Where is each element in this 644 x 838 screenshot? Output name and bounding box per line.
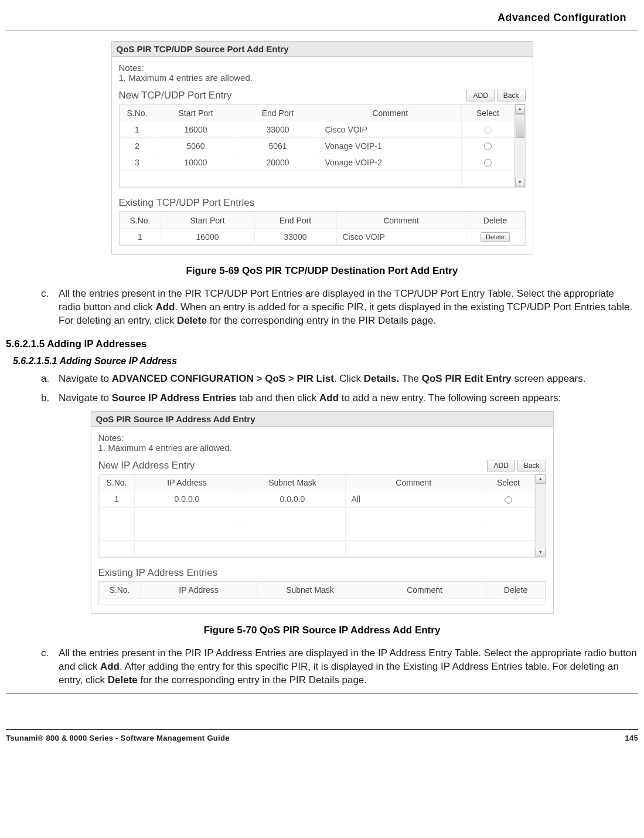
cell-comment: Vonage VOIP-1 xyxy=(319,138,461,154)
notes-line: 1. Maximum 4 entries are allowed. xyxy=(98,443,546,453)
bold-tab: Source IP Address Entries xyxy=(112,392,237,403)
bold-delete: Delete xyxy=(177,315,207,326)
bold-add: Add xyxy=(319,392,339,403)
scroll-track xyxy=(536,484,546,548)
page-header: Advanced Configuration xyxy=(6,12,638,30)
scroll-thumb[interactable] xyxy=(516,114,524,138)
col-sno: S.No. xyxy=(120,212,161,229)
list-item-c2: c. All the entries present in the PIR IP… xyxy=(41,647,638,687)
list-item-b: b. Navigate to Source IP Address Entries… xyxy=(41,392,638,405)
heading-5-6-2-1-5-1: 5.6.2.1.5.1 Adding Source IP Address xyxy=(13,356,638,367)
table-row xyxy=(99,598,545,605)
text: tab and then click xyxy=(236,392,319,403)
table-row: 3 10000 20000 Vonage VOIP-2 xyxy=(120,154,514,171)
col-ip: IP Address xyxy=(140,582,257,598)
cell-start: 16000 xyxy=(155,121,237,138)
table-header-row: S.No. Start Port End Port Comment Delete xyxy=(120,212,524,229)
vertical-scrollbar[interactable]: ▴ ▾ xyxy=(535,474,546,557)
back-button[interactable]: Back xyxy=(517,460,546,471)
cell-comment: All xyxy=(345,491,482,507)
cell-end: 5061 xyxy=(237,138,319,154)
col-start: Start Port xyxy=(161,212,254,229)
cell-select xyxy=(461,154,514,171)
bold-add: Add xyxy=(155,301,175,313)
cell-mask: 0.0.0.0 xyxy=(240,491,345,507)
bold-delete: Delete xyxy=(108,674,138,686)
qos-ip-panel: QoS PIR Source IP Address Add Entry Note… xyxy=(91,411,554,614)
qos-port-panel: QoS PIR TCP/UDP Source Port Add Entry No… xyxy=(111,41,533,255)
table-row xyxy=(99,507,534,524)
list-item-c1: c. All the entries present in the PIR TC… xyxy=(41,287,638,328)
notes-label: Notes: xyxy=(98,433,546,443)
radio-icon[interactable] xyxy=(484,159,492,167)
cell-select xyxy=(461,171,514,187)
cell-comment xyxy=(319,171,461,187)
list-marker: b. xyxy=(41,392,59,405)
vertical-scrollbar[interactable]: ▴ ▾ xyxy=(514,104,525,187)
figure-5-70-caption: Figure 5-70 QoS PIR Source IP Address Ad… xyxy=(6,625,638,636)
cell-select xyxy=(482,491,534,507)
col-comment: Comment xyxy=(336,212,466,229)
back-button[interactable]: Back xyxy=(497,90,526,101)
col-select: Select xyxy=(482,474,534,491)
text: for the corresponding entry in the PIR D… xyxy=(138,674,367,686)
radio-icon[interactable] xyxy=(484,143,492,150)
list-item-a: a. Navigate to ADVANCED CONFIGURATION > … xyxy=(41,372,638,386)
cell-sno: 3 xyxy=(120,154,155,171)
table-row: 2 5060 5061 Vonage VOIP-1 xyxy=(120,138,514,154)
scroll-up-icon[interactable]: ▴ xyxy=(515,104,525,114)
col-sno: S.No. xyxy=(120,105,155,121)
table-row: 1 16000 33000 Cisco VOIP Delete xyxy=(120,229,524,245)
col-start: Start Port xyxy=(155,105,237,121)
new-port-table-wrap: S.No. Start Port End Port Comment Select… xyxy=(119,104,526,188)
existing-port-table-wrap: S.No. Start Port End Port Comment Delete… xyxy=(119,211,526,246)
cell-select xyxy=(461,138,514,154)
radio-icon[interactable] xyxy=(484,126,492,134)
scroll-track xyxy=(515,138,525,178)
new-ip-section-label: New IP Address Entry xyxy=(98,460,195,471)
heading-5-6-2-1-5: 5.6.2.1.5 Adding IP Addresses xyxy=(6,338,638,350)
scroll-down-icon[interactable]: ▾ xyxy=(536,548,546,557)
new-port-section-label: New TCP/UDP Port Entry xyxy=(119,90,232,101)
delete-button[interactable]: Delete xyxy=(481,232,510,242)
page-footer: Tsunami® 800 & 8000 Series - Software Ma… xyxy=(6,729,638,742)
cell-delete: Delete xyxy=(466,229,524,245)
table-header-row: S.No. Start Port End Port Comment Select xyxy=(120,105,514,121)
list-marker: c. xyxy=(41,287,59,328)
text: to add a new entry. The following screen… xyxy=(339,392,561,403)
text: Navigate to xyxy=(59,392,112,403)
figure-5-69-caption: Figure 5-69 QoS PIR TCP/UDP Destination … xyxy=(6,265,638,277)
existing-ip-section-label: Existing IP Address Entries xyxy=(98,567,546,579)
cell-comment: Cisco VOIP xyxy=(319,121,461,138)
col-mask: Subnet Mask xyxy=(257,582,363,598)
radio-icon[interactable] xyxy=(505,496,512,504)
cell-sno: 2 xyxy=(120,138,155,154)
scroll-up-icon[interactable]: ▴ xyxy=(536,474,546,484)
cell-end xyxy=(237,171,319,187)
existing-ip-table-wrap: S.No. IP Address Subnet Mask Comment Del… xyxy=(98,581,546,605)
col-sno: S.No. xyxy=(99,474,134,491)
figure-5-70-wrap: QoS PIR Source IP Address Add Entry Note… xyxy=(6,411,638,620)
bold-screen: QoS PIR Edit Entry xyxy=(422,373,512,384)
new-ip-table: S.No. IP Address Subnet Mask Comment Sel… xyxy=(99,474,535,557)
col-sno: S.No. xyxy=(99,582,140,598)
add-button[interactable]: ADD xyxy=(487,460,514,471)
cell-sno: 1 xyxy=(99,491,134,507)
table-header-row: S.No. IP Address Subnet Mask Comment Del… xyxy=(99,582,545,598)
cell-start xyxy=(155,171,237,187)
add-button[interactable]: ADD xyxy=(466,90,494,101)
col-comment: Comment xyxy=(345,474,482,491)
cell-sno xyxy=(120,171,155,187)
header-title: Advanced Configuration xyxy=(498,12,626,23)
qos-port-panel-title: QoS PIR TCP/UDP Source Port Add Entry xyxy=(112,42,533,57)
cell-start: 10000 xyxy=(155,154,237,171)
cell-sno: 1 xyxy=(120,229,161,245)
cell-end: 33000 xyxy=(237,121,319,138)
new-ip-table-wrap: S.No. IP Address Subnet Mask Comment Sel… xyxy=(98,474,546,558)
table-row: 1 16000 33000 Cisco VOIP xyxy=(120,121,514,138)
col-end: End Port xyxy=(254,212,336,229)
scroll-down-icon[interactable]: ▾ xyxy=(515,178,525,187)
cell-start: 16000 xyxy=(161,229,254,245)
cell-sno: 1 xyxy=(120,121,155,138)
text: for the corresponding entry in the PIR D… xyxy=(207,315,436,326)
